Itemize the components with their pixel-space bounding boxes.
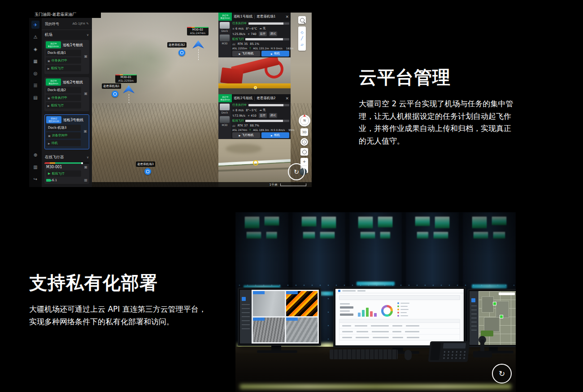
close-icon[interactable]: ×	[285, 14, 289, 19]
rail-icon-media[interactable]: ▦	[31, 57, 39, 65]
stat-summary	[340, 303, 353, 317]
device-thumbnails: Dock M30	[218, 21, 231, 57]
dock-card-1[interactable]: 执行中剩余10min 巡检1号航线 Dock-机场1 ▣任务执行中 ▶航线飞行 …	[44, 40, 89, 74]
video-tile[interactable]	[253, 291, 285, 316]
drone-thumbnail[interactable]	[220, 116, 230, 123]
chevron-down-icon: ∨	[87, 156, 89, 159]
window-titlebar: 玉门油田-老君庙采油厂	[29, 11, 101, 18]
dock-marker-label[interactable]: 老君庙机场2	[167, 42, 187, 48]
callsign-label: 我的呼号	[45, 22, 59, 26]
video-tile[interactable]	[286, 318, 318, 343]
monitor-button[interactable]: 监控	[259, 31, 267, 36]
task-icon: ▣	[48, 134, 51, 137]
camera-button[interactable]: ▶相机	[261, 51, 289, 57]
rail-icon-route[interactable]: ◈	[31, 45, 39, 53]
info-button[interactable]: i	[300, 138, 308, 146]
thermal-tile[interactable]	[286, 291, 318, 316]
monitor-button[interactable]: 监控	[259, 113, 267, 118]
table-row[interactable]	[339, 323, 460, 329]
camera-feed-1[interactable]	[218, 57, 291, 94]
status-badge: 执行中剩余8min	[46, 78, 61, 86]
polygon-tool-icon[interactable]: ▱	[300, 42, 303, 47]
rail-icon-devices[interactable]: ☰	[31, 81, 39, 89]
drone-marker-label[interactable]: M30-01 ASL:2255m	[115, 74, 137, 83]
panel-header: 执行中剩余8min 巡检2号航线 老君庙机场2 ×	[218, 94, 291, 102]
dock-marker-label[interactable]: 老君庙机场3	[136, 161, 155, 167]
aircraft-name: M30-001	[46, 165, 62, 169]
callsign-row: 我的呼号 AG-1JFH ✎	[42, 18, 92, 30]
battery-row: 6.1	[44, 178, 89, 183]
dock-thumbnail[interactable]	[220, 104, 230, 110]
locate-button[interactable]	[300, 148, 308, 156]
date-filter[interactable]	[339, 295, 460, 300]
rail-icon-monitor[interactable]: ▥	[31, 163, 39, 171]
line-tool-icon[interactable]: ╱	[301, 36, 303, 41]
flight-camera-button[interactable]: ▶飞行相机	[232, 132, 260, 138]
desk-phone	[428, 341, 470, 362]
rail-icon-radar[interactable]: ◎	[31, 69, 39, 77]
link-row: ⇅72.9k/s ☀ 410 监控 调试	[232, 113, 289, 118]
table-row[interactable]	[339, 335, 460, 340]
video-tile[interactable]	[253, 318, 285, 343]
dock-marker-icon[interactable]	[178, 49, 185, 56]
aircraft-section-header[interactable]: 在线飞行器 ∨	[42, 152, 92, 162]
dock-marker-label[interactable]: 老君庙机场1	[102, 83, 121, 89]
section-heading: 支持私有化部署	[29, 273, 218, 292]
zoom-in-button[interactable]: +	[303, 158, 306, 166]
dock-marker-icon[interactable]	[112, 91, 118, 97]
dock-card-3-selected[interactable]: 待执行明天20:00 巡检3号航线 Dock-机场3 ▣设备空闲中 ▶待机 ▣	[44, 114, 89, 149]
rain-icon: ☁	[259, 26, 262, 30]
section-body: 大疆司空 2 云平台实现了机场与任务的集中管理，让无人机根据设定的任务计划自动起…	[359, 98, 517, 147]
dock-status-row: ▣任务执行中	[46, 95, 81, 101]
debug-button[interactable]: 调试	[269, 31, 277, 36]
dock-tab[interactable]: 老君庙机场1	[257, 14, 275, 19]
grid-icon[interactable]: ▦	[84, 178, 87, 182]
aircraft-card-1[interactable]: M30-001▣ ▶航线飞行 6.1 ▦	[44, 162, 89, 184]
camera-icon[interactable]: ▣	[84, 91, 87, 96]
status-badge: 执行中剩余8min	[218, 94, 232, 102]
camera-feed-2[interactable]	[218, 139, 291, 187]
route-tab[interactable]: 巡检1号航线	[234, 14, 252, 19]
debug-button[interactable]: 调试	[269, 113, 277, 118]
point-tool-icon[interactable]: ◇	[300, 30, 303, 35]
close-icon[interactable]: ×	[285, 96, 289, 100]
rail-icon-globe[interactable]: ⊕	[31, 151, 39, 159]
table-row[interactable]	[339, 329, 460, 335]
dock-panel-1: 执行中剩余5min 巡检1号航线 老君庙机场1 × Dock M30	[218, 13, 291, 57]
camera-button[interactable]: ▶相机	[261, 132, 289, 138]
dock-tab[interactable]: 老君庙机场2	[257, 96, 275, 100]
camera-icon[interactable]: ▣	[84, 165, 87, 169]
compass-control[interactable]: N	[299, 115, 310, 126]
drone-thumbnail[interactable]	[220, 35, 230, 41]
rail-icon-exit[interactable]: ↪	[31, 175, 39, 183]
rail-icon-alert[interactable]: ⚠	[31, 33, 39, 41]
flight-icon: ▶	[48, 142, 50, 145]
dock-status-text: 任务执行中	[232, 22, 247, 26]
dock-thumbnail[interactable]	[220, 22, 230, 29]
weather-row: ≋ 6 m/s 8°~6°C ☁ 无	[232, 26, 289, 30]
flight-camera-button[interactable]: ▶飞行相机	[232, 51, 260, 57]
drone-marker-label[interactable]: M30-02 ASL:2474m	[187, 27, 209, 35]
dock-card-2[interactable]: 执行中剩余8min 巡检2号航线 Dock-机场2 ▣任务执行中 ▶航线飞行 ▣	[44, 77, 89, 111]
search-button[interactable]	[298, 16, 306, 24]
edit-icon: ✎	[86, 22, 89, 26]
rail-icon-schedule[interactable]: ▤	[31, 93, 39, 101]
map-canvas[interactable]: M30-02 ASL:2474m 老君庙机场2 M30-01 ASL:2255m…	[92, 13, 312, 187]
rail-icon-fleet[interactable]: ✈	[31, 21, 39, 29]
route-name: 巡检2号航线	[63, 80, 83, 85]
dock-panel-2: 执行中剩余8min 巡检2号航线 老君庙机场2 × Dock M30	[218, 94, 291, 139]
camera-icon[interactable]: ▣	[84, 54, 87, 58]
target-ring	[253, 160, 258, 166]
airports-section-header[interactable]: 机场 ∨	[42, 30, 92, 40]
dock-marker-icon[interactable]	[144, 168, 151, 175]
camera-icon[interactable]: ▣	[83, 129, 87, 133]
window-title: 玉门油田-老君庙采油厂	[29, 12, 76, 17]
flight-status-text: 航线飞行	[232, 37, 244, 41]
route-tab[interactable]: 巡检2号航线	[234, 96, 252, 100]
map-search-bar[interactable]	[499, 292, 515, 295]
map-scale-label: 1千米	[270, 183, 278, 187]
3d-view-button[interactable]: 3D	[300, 128, 308, 136]
replay-button[interactable]: ↻	[288, 163, 305, 180]
callsign-value[interactable]: AG-1JFH ✎	[72, 22, 89, 26]
replay-button[interactable]: ↻	[492, 364, 512, 383]
